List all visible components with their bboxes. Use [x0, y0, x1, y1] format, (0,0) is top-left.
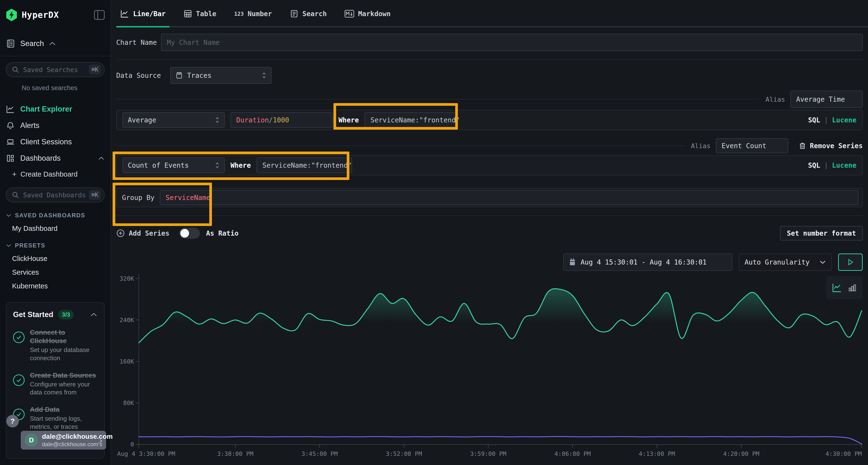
- sidebar-item-chart-explorer[interactable]: Chart Explorer: [6, 101, 105, 117]
- chevron-up-icon[interactable]: [90, 312, 97, 317]
- get-started-item[interactable]: Add Data Start sending logs, metrics, or…: [13, 405, 97, 431]
- where-label: Where: [339, 116, 359, 124]
- chevron-up-icon[interactable]: [49, 35, 56, 52]
- token-slash: /: [269, 116, 273, 124]
- chevron-up-icon: [98, 156, 105, 160]
- calendar-icon: [569, 258, 576, 266]
- series2-alias-input[interactable]: Event Count: [716, 138, 788, 153]
- remove-series-button[interactable]: Remove Series: [799, 142, 863, 150]
- svg-text:4:30:00 PM: 4:30:00 PM: [825, 450, 862, 457]
- get-started-title: Get Started: [13, 310, 53, 319]
- chevron-down-icon: [819, 260, 826, 264]
- series1-alias-input[interactable]: Average Time: [790, 91, 863, 108]
- series2-where-input[interactable]: ServiceName:"frontend": [256, 158, 352, 173]
- search-icon: [11, 191, 19, 199]
- tab-search[interactable]: Search: [286, 0, 331, 28]
- sidebar-item-kubernetes[interactable]: Kubernetes: [12, 282, 105, 290]
- series2-row: Count of Events Where ServiceName:"front…: [116, 155, 863, 175]
- as-ratio-toggle[interactable]: [179, 228, 200, 239]
- chart-name-input[interactable]: My Chart Name: [161, 34, 863, 51]
- sidebar-item-dashboards[interactable]: Dashboards: [6, 150, 105, 166]
- task-title: Create Data Sources: [30, 371, 96, 379]
- sidebar-item-clickhouse[interactable]: ClickHouse: [12, 255, 105, 263]
- run-query-button[interactable]: [838, 254, 863, 271]
- saved-dashboards-input[interactable]: Saved Dashboards ⌘K: [6, 188, 105, 202]
- create-dashboard-button[interactable]: + Create Dashboard: [12, 170, 105, 179]
- task-desc: Start sending logs, metrics, or traces: [30, 414, 97, 431]
- sidebar-item-my-dashboard[interactable]: My Dashboard: [12, 225, 105, 232]
- trash-icon: [799, 142, 806, 150]
- svg-text:240K: 240K: [120, 317, 134, 324]
- chart-explorer-form: Chart Name My Chart Name Data Source Tra…: [111, 34, 868, 465]
- saved-dashboards-placeholder: Saved Dashboards: [23, 191, 85, 199]
- nav-label: Client Sessions: [20, 138, 72, 146]
- set-number-format-button[interactable]: Set number format: [780, 226, 863, 240]
- svg-text:160K: 160K: [120, 358, 134, 365]
- series1-where-input[interactable]: ServiceName:"frontend": [365, 112, 456, 128]
- svg-text:4:20:00 PM: 4:20:00 PM: [723, 450, 760, 457]
- check-circle-icon: [13, 374, 25, 386]
- tab-table[interactable]: Table: [180, 0, 220, 28]
- sidebar-item-client-sessions[interactable]: Client Sessions: [6, 134, 105, 150]
- nav-label: Alerts: [20, 121, 39, 130]
- search-icon: [11, 66, 19, 73]
- time-range-input[interactable]: Aug 4 15:30:01 - Aug 4 16:30:01: [563, 254, 733, 271]
- svg-text:Aug 4 3:30:00 PM: Aug 4 3:30:00 PM: [117, 450, 175, 457]
- sql-mode-button[interactable]: SQL: [808, 161, 820, 169]
- plus-icon: +: [12, 170, 17, 179]
- get-started-item[interactable]: Connect to ClickHouse Set up your databa…: [13, 328, 97, 362]
- dashboard-grid-icon: [6, 154, 15, 163]
- timeseries-chart[interactable]: 080K160K240K320KAug 4 3:30:00 PM3:38:00 …: [116, 272, 863, 465]
- series2-aggregation-select[interactable]: Count of Events: [123, 158, 225, 173]
- lucene-mode-button[interactable]: Lucene: [832, 116, 857, 124]
- granularity-select[interactable]: Auto Granularity: [739, 254, 832, 271]
- as-ratio-label: As Ratio: [206, 229, 239, 237]
- tab-line-bar[interactable]: Line/Bar: [116, 0, 169, 28]
- section-presets[interactable]: PRESETS: [6, 242, 105, 249]
- shortcut-badge: ⌘K: [89, 190, 101, 200]
- svg-text:3:59:00 PM: 3:59:00 PM: [470, 450, 506, 457]
- alias-label: Alias: [691, 142, 711, 150]
- tab-number[interactable]: 123 Number: [230, 0, 276, 28]
- mode-separator: |: [824, 116, 828, 124]
- no-saved-searches-text: No saved searches: [22, 84, 105, 92]
- series1-field-input[interactable]: Duration/1000: [230, 112, 333, 128]
- user-email: dale@clickhouse.com: [42, 433, 96, 440]
- view-tabbar: Line/Bar Table 123 Number Search Markdow…: [111, 0, 868, 28]
- laptop-icon: [6, 137, 15, 146]
- sidebar-item-alerts[interactable]: Alerts: [6, 117, 105, 134]
- alias-divider: [116, 99, 759, 100]
- sql-mode-button[interactable]: SQL: [808, 116, 820, 124]
- number-123-icon: 123: [234, 11, 244, 17]
- saved-searches-input[interactable]: Saved Searches ⌘K: [6, 62, 105, 77]
- database-icon: [176, 72, 183, 79]
- sidebar-search-label: Search: [20, 39, 44, 48]
- select-chevrons-icon: [262, 72, 266, 79]
- lucene-mode-button[interactable]: Lucene: [832, 161, 857, 169]
- group-by-input[interactable]: ServiceName: [160, 190, 858, 205]
- help-button[interactable]: ?: [6, 415, 19, 427]
- get-started-item[interactable]: Create Data Sources Configure where your…: [13, 371, 97, 397]
- token-1000: 1000: [273, 116, 289, 124]
- series1-aggregation-select[interactable]: Average: [123, 112, 225, 128]
- sidebar-item-services[interactable]: Services: [12, 268, 105, 276]
- add-series-button[interactable]: Add Series: [116, 229, 169, 238]
- svg-text:3:52:00 PM: 3:52:00 PM: [386, 450, 422, 457]
- user-menu[interactable]: D dale@clickhouse.com dale@clickhouse.co…: [21, 431, 106, 450]
- tab-markdown[interactable]: Markdown: [341, 0, 395, 28]
- search-doc-icon: [290, 9, 299, 18]
- section-saved-dashboards[interactable]: SAVED DASHBOARDS: [6, 212, 105, 219]
- svg-text:320K: 320K: [120, 275, 134, 282]
- markdown-icon: [345, 10, 354, 18]
- task-title: Add Data: [30, 406, 60, 413]
- chart-type-toggle[interactable]: [826, 276, 863, 299]
- svg-text:4:13:00 PM: 4:13:00 PM: [639, 450, 675, 457]
- svg-text:4:06:00 PM: 4:06:00 PM: [555, 450, 591, 457]
- saved-searches-placeholder: Saved Searches: [23, 66, 85, 73]
- sidebar-item-search[interactable]: Search: [6, 38, 105, 49]
- svg-text:0: 0: [130, 441, 134, 448]
- data-source-select[interactable]: Traces: [170, 67, 272, 84]
- shortcut-badge: ⌘K: [89, 65, 101, 74]
- sidebar-collapse-icon[interactable]: [94, 10, 105, 20]
- svg-text:3:38:00 PM: 3:38:00 PM: [217, 450, 253, 457]
